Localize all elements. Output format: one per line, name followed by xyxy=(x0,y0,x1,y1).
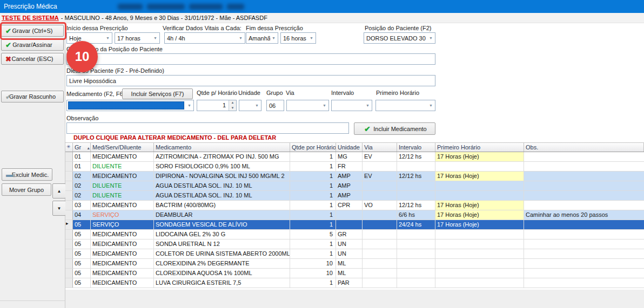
cell-gr[interactable]: 05 xyxy=(73,259,91,268)
grid-row[interactable]: 03 MEDICAMENTO BACTRIM (400/80MG) 1 CPR … xyxy=(65,201,644,210)
cell-unidade[interactable]: AMP xyxy=(336,191,363,200)
cell-tipo[interactable]: MEDICAMENTO xyxy=(91,239,154,249)
spinner-down-icon[interactable]: ▼ xyxy=(229,106,236,111)
cell-medicamento[interactable]: DIPIRONA - NOVALGINA SOL INJ 500 MG/ML 2 xyxy=(154,172,290,181)
cell-intervalo[interactable]: 12/12 hs xyxy=(397,201,435,210)
cell-gr[interactable]: 05 xyxy=(73,278,91,288)
cell-via[interactable] xyxy=(363,269,397,278)
cell-via[interactable] xyxy=(363,278,397,288)
cell-obs[interactable]: Caminhar ao menos 20 passos xyxy=(524,210,644,220)
grid-row[interactable]: 02 MEDICAMENTO DIPIRONA - NOVALGINA SOL … xyxy=(65,172,644,181)
cell-tipo[interactable]: MEDICAMENTO xyxy=(91,278,154,288)
row-indicator-cell[interactable] xyxy=(65,172,73,181)
cell-gr[interactable]: 05 xyxy=(73,220,91,229)
cell-medicamento[interactable]: LIDOCAINA GEL 2% 30 G xyxy=(154,230,290,239)
observacao-input[interactable] xyxy=(66,122,349,134)
cell-obs[interactable] xyxy=(524,181,644,190)
column-header-tipo[interactable]: Med/Serv/Diluente xyxy=(91,143,154,152)
cell-primeiro-horario[interactable]: 17 Horas (Hoje) xyxy=(435,172,524,181)
row-indicator-cell[interactable] xyxy=(65,162,73,171)
cell-tipo[interactable]: MEDICAMENTO xyxy=(91,230,154,239)
cell-tipo[interactable]: MEDICAMENTO xyxy=(91,269,154,278)
intervalo-combobox[interactable]: ▼ xyxy=(331,100,372,111)
cell-qtde[interactable]: 10 xyxy=(290,259,336,268)
cell-tipo[interactable]: MEDICAMENTO xyxy=(91,249,154,258)
row-indicator-cell[interactable] xyxy=(65,210,73,220)
primeiro-horario-combobox[interactable]: ▼ xyxy=(375,100,435,111)
cell-via[interactable] xyxy=(363,191,397,200)
row-indicator-cell[interactable] xyxy=(65,201,73,210)
cell-qtde[interactable]: 1 xyxy=(290,210,336,220)
cell-gr[interactable]: 02 xyxy=(73,191,91,200)
cell-unidade[interactable]: ML xyxy=(336,259,363,268)
move-group-up-button[interactable]: ▲ xyxy=(52,183,66,199)
row-indicator-cell[interactable] xyxy=(65,230,73,239)
cell-obs[interactable] xyxy=(524,162,644,171)
gravar-button[interactable]: ✔ Gravar (Ctrl+S) xyxy=(1,25,64,37)
grid-row[interactable]: 01 DILUENTE SORO FISIOLOGICO 0,9% 100 ML… xyxy=(65,162,644,172)
cell-intervalo[interactable]: 6/6 hs xyxy=(397,210,435,220)
cell-tipo[interactable]: MEDICAMENTO xyxy=(91,201,154,210)
obs-posicao-input[interactable] xyxy=(66,53,435,65)
cell-intervalo[interactable]: 24/24 hs xyxy=(397,220,435,229)
cell-primeiro-horario[interactable] xyxy=(435,230,524,239)
move-group-down-button[interactable]: ▼ xyxy=(52,201,66,216)
column-header-medicamento[interactable]: Medicamento xyxy=(154,143,290,152)
qtde-horario-stepper[interactable]: 1 ▲ ▼ xyxy=(197,100,237,111)
cell-medicamento[interactable]: COLETOR DE URINA SISTEMA ABERTO 2000ML xyxy=(154,249,290,258)
cell-obs[interactable] xyxy=(524,239,644,249)
spinner-up-icon[interactable]: ▲ xyxy=(229,100,236,106)
cell-qtde[interactable]: 1 xyxy=(290,152,336,161)
cell-tipo[interactable]: SERVIÇO xyxy=(91,220,154,229)
cell-intervalo[interactable] xyxy=(397,162,435,171)
row-indicator-cell[interactable] xyxy=(65,239,73,249)
cell-intervalo[interactable] xyxy=(397,181,435,190)
cell-qtde[interactable]: 1 xyxy=(290,201,336,210)
cell-qtde[interactable]: 1 xyxy=(290,220,336,229)
column-header-gr[interactable]: Gr▲ xyxy=(73,143,91,152)
cell-obs[interactable] xyxy=(524,172,644,181)
fim-day-combobox[interactable]: Amanhã ▼ xyxy=(246,32,278,44)
cell-gr[interactable]: 01 xyxy=(73,162,91,171)
grid-row[interactable]: 02 DILUENTE AGUA DESTILADA SOL. INJ. 10 … xyxy=(65,191,644,201)
cell-qtde[interactable]: 1 xyxy=(290,181,336,190)
cell-qtde[interactable]: 5 xyxy=(290,230,336,239)
cell-intervalo[interactable] xyxy=(397,269,435,278)
row-indicator-cell[interactable] xyxy=(65,259,73,268)
column-header-unidade[interactable]: Unidade xyxy=(336,143,363,152)
inicio-day-combobox[interactable]: Hoje ▼ xyxy=(66,32,112,44)
grid-row[interactable]: 05 MEDICAMENTO COLETOR DE URINA SISTEMA … xyxy=(65,249,644,259)
grid-row[interactable]: 05 MEDICAMENTO CLOREXIDINA AQUOSA 1% 100… xyxy=(65,269,644,278)
row-indicator-cell[interactable] xyxy=(65,181,73,190)
cell-intervalo[interactable] xyxy=(397,230,435,239)
cell-unidade[interactable] xyxy=(336,220,363,229)
cell-primeiro-horario[interactable]: 17 Horas (Hoje) xyxy=(435,210,524,220)
cell-tipo[interactable]: MEDICAMENTO xyxy=(91,259,154,268)
cell-gr[interactable]: 05 xyxy=(73,230,91,239)
cell-medicamento[interactable]: LUVA CIRURGICA ESTERIL 7,5 xyxy=(154,278,290,288)
cell-obs[interactable] xyxy=(524,259,644,268)
column-header-qtde[interactable]: Qtde por Horário xyxy=(290,143,336,152)
row-indicator-cell[interactable] xyxy=(65,152,73,161)
cell-via[interactable] xyxy=(363,239,397,249)
cell-primeiro-horario[interactable]: 17 Horas (Hoje) xyxy=(435,220,524,229)
cell-medicamento[interactable]: AGUA DESTILADA SOL. INJ. 10 ML xyxy=(154,191,290,200)
medicamento-combobox[interactable]: ▼ xyxy=(66,100,194,111)
cell-gr[interactable]: 02 xyxy=(73,172,91,181)
cell-medicamento[interactable]: AGUA DESTILADA SOL. INJ. 10 ML xyxy=(154,181,290,190)
excluir-medic-button[interactable]: ▬ Excluir Medic. xyxy=(2,168,52,181)
cell-tipo[interactable]: MEDICAMENTO xyxy=(91,172,154,181)
cell-intervalo[interactable] xyxy=(397,278,435,288)
grid-row[interactable]: 05 MEDICAMENTO LIDOCAINA GEL 2% 30 G 5 G… xyxy=(65,230,644,239)
cell-tipo[interactable]: SERVIÇO xyxy=(91,210,154,220)
gravar-assinar-button[interactable]: ✔ Gravar/Assinar xyxy=(1,39,64,51)
cell-via[interactable]: VO xyxy=(363,201,397,210)
cell-qtde[interactable]: 10 xyxy=(290,269,336,278)
via-combobox[interactable]: ▼ xyxy=(286,100,329,111)
grid-row[interactable]: 05 MEDICAMENTO SONDA URETRAL N 12 1 UN xyxy=(65,239,644,249)
cell-via[interactable] xyxy=(363,230,397,239)
cell-tipo[interactable]: DILUENTE xyxy=(91,191,154,200)
cell-obs[interactable] xyxy=(524,201,644,210)
cell-gr[interactable]: 05 xyxy=(73,249,91,258)
cell-intervalo[interactable] xyxy=(397,259,435,268)
